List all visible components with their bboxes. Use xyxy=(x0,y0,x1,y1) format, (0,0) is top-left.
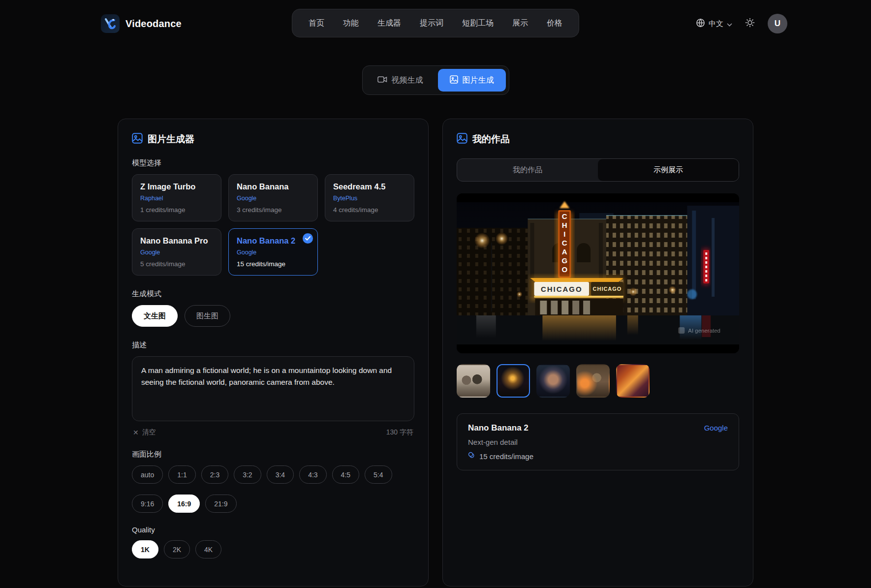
quality-pills: 1K 2K 4K xyxy=(132,540,414,558)
sun-icon xyxy=(745,18,755,30)
ratio-4-5[interactable]: 4:5 xyxy=(332,465,359,484)
model-card-nano-banana-pro[interactable]: Nano Banana Pro Google 5 credits/image xyxy=(132,228,221,276)
mode-section-label: 生成模式 xyxy=(132,289,414,299)
globe-icon xyxy=(696,18,705,29)
svg-text:AI generated: AI generated xyxy=(688,328,720,334)
model-section-label: 模型选择 xyxy=(132,158,414,168)
thumbnail-giant-cats[interactable] xyxy=(457,364,490,398)
video-tab-label: 视频生成 xyxy=(392,75,423,86)
theme-toggle-button[interactable] xyxy=(745,18,755,30)
ratio-1-1[interactable]: 1:1 xyxy=(168,465,195,484)
nav-prompts[interactable]: 提示词 xyxy=(412,13,451,33)
nav-features[interactable]: 功能 xyxy=(336,13,366,33)
info-model-credits: 15 credits/image xyxy=(479,452,533,461)
ratio-21-9[interactable]: 21:9 xyxy=(205,495,236,513)
ratio-5-4[interactable]: 5:4 xyxy=(365,465,392,484)
ratio-4-3[interactable]: 4:3 xyxy=(299,465,326,484)
ratio-auto[interactable]: auto xyxy=(132,465,163,484)
model-brand: Google xyxy=(237,249,310,256)
nav-pricing[interactable]: 价格 xyxy=(539,13,570,33)
brand-logo[interactable]: Videodance xyxy=(101,14,182,33)
ratio-2-3[interactable]: 2:3 xyxy=(201,465,228,484)
generation-mode-toggle: 视频生成 图片生成 xyxy=(362,65,509,95)
video-generation-tab[interactable]: 视频生成 xyxy=(366,69,435,92)
svg-text:A: A xyxy=(562,248,567,256)
model-name: Seedream 4.5 xyxy=(333,182,406,191)
main-nav: 首页 功能 生成器 提示词 短剧工场 展示 价格 xyxy=(292,9,579,37)
model-brand: BytePlus xyxy=(333,195,406,202)
aspect-ratio-pills: auto 1:1 2:3 3:2 3:4 4:3 4:5 5:4 9:16 16… xyxy=(132,465,414,513)
header-controls: 中文 U xyxy=(696,14,787,33)
ratio-3-4[interactable]: 3:4 xyxy=(267,465,294,484)
generator-panel-title: 图片生成器 xyxy=(148,133,194,146)
model-card-nano-banana[interactable]: Nano Banana Google 3 credits/image xyxy=(228,174,318,221)
model-name: Nano Banana Pro xyxy=(140,236,213,246)
nav-drama-studio[interactable]: 短剧工场 xyxy=(455,13,501,33)
brand-name: Videodance xyxy=(125,18,182,30)
info-model-brand-link[interactable]: Google xyxy=(704,424,728,432)
works-panel-title: 我的作品 xyxy=(472,133,510,146)
works-tab-bar: 我的作品 示例展示 xyxy=(457,158,739,182)
ratio-3-2[interactable]: 3:2 xyxy=(234,465,261,484)
svg-text:C: C xyxy=(562,212,567,220)
language-label: 中文 xyxy=(709,19,723,29)
clear-label: 清空 xyxy=(142,428,156,437)
model-card-z-image-turbo[interactable]: Z Image Turbo Raphael 1 credits/image xyxy=(132,174,221,221)
model-brand: Google xyxy=(237,195,310,202)
generation-mode-pills: 文生图 图生图 xyxy=(132,305,414,327)
my-works-panel: 我的作品 我的作品 示例展示 xyxy=(442,119,753,587)
svg-text:I: I xyxy=(563,230,565,238)
model-credits: 1 credits/image xyxy=(140,206,213,214)
svg-text:G: G xyxy=(561,256,567,265)
svg-text:CHICAGO: CHICAGO xyxy=(541,285,583,293)
thumbnail-man-portrait[interactable] xyxy=(536,364,570,398)
ratio-9-16[interactable]: 9:16 xyxy=(132,495,163,513)
model-credits: 5 credits/image xyxy=(140,260,213,268)
image-generation-tab[interactable]: 图片生成 xyxy=(438,69,506,92)
quality-1k[interactable]: 1K xyxy=(132,540,158,558)
image-to-image-pill[interactable]: 图生图 xyxy=(185,305,230,327)
info-model-description: Next-gen detail xyxy=(468,438,728,446)
credit-coins-icon xyxy=(468,452,475,461)
nav-showcase[interactable]: 展示 xyxy=(505,13,535,33)
model-card-nano-banana-2[interactable]: Nano Banana 2 Google 15 credits/image xyxy=(228,228,318,276)
thumbnail-colorful-art[interactable] xyxy=(616,364,650,398)
image-tab-label: 图片生成 xyxy=(463,75,494,86)
svg-text:CHICAGO: CHICAGO xyxy=(593,286,622,292)
generator-panel-icon xyxy=(132,133,143,146)
model-brand: Raphael xyxy=(140,195,213,202)
clear-prompt-button[interactable]: ✕ 清空 xyxy=(133,428,156,437)
prompt-input[interactable]: A man admiring a fictional world; he is … xyxy=(132,356,414,421)
generation-mode-toggle-row: 视频生成 图片生成 xyxy=(0,65,871,95)
chevron-down-icon xyxy=(727,20,732,28)
thumbnail-desert-scene[interactable] xyxy=(576,364,610,398)
model-credits: 15 credits/image xyxy=(237,260,310,268)
model-name: Nano Banana 2 xyxy=(237,236,310,246)
user-avatar[interactable]: U xyxy=(768,14,787,33)
prompt-label: 描述 xyxy=(132,340,414,350)
model-card-seedream-45[interactable]: Seedream 4.5 BytePlus 4 credits/image xyxy=(325,174,414,221)
tab-examples[interactable]: 示例展示 xyxy=(598,159,739,181)
selected-check-icon xyxy=(303,233,313,244)
model-brand: Google xyxy=(140,249,213,256)
thumbnail-chicago-theatre[interactable] xyxy=(497,364,530,398)
quality-4k[interactable]: 4K xyxy=(195,540,221,558)
model-credits: 3 credits/image xyxy=(237,206,310,214)
video-camera-icon xyxy=(377,76,387,85)
nav-generator[interactable]: 生成器 xyxy=(370,13,408,33)
model-info-card: Nano Banana 2 Google Next-gen detail 15 … xyxy=(457,413,739,470)
quality-section-label: Quality xyxy=(132,526,414,534)
quality-2k[interactable]: 2K xyxy=(164,540,190,558)
videodance-logo-icon xyxy=(101,14,120,33)
text-to-image-pill[interactable]: 文生图 xyxy=(132,305,178,327)
ratio-section-label: 画面比例 xyxy=(132,450,414,459)
language-selector[interactable]: 中文 xyxy=(696,18,732,29)
example-artwork-chicago-theatre[interactable]: C H I C A G O CHICAGO CHICAGO xyxy=(457,193,739,353)
image-generator-panel: 图片生成器 模型选择 Z Image Turbo Raphael 1 credi… xyxy=(118,119,429,587)
example-thumbnails xyxy=(457,364,739,398)
character-count: 130 字符 xyxy=(386,428,413,437)
tab-my-works[interactable]: 我的作品 xyxy=(457,159,598,181)
ratio-16-9[interactable]: 16:9 xyxy=(168,495,200,513)
avatar-initial: U xyxy=(775,19,780,29)
nav-home[interactable]: 首页 xyxy=(301,13,332,33)
